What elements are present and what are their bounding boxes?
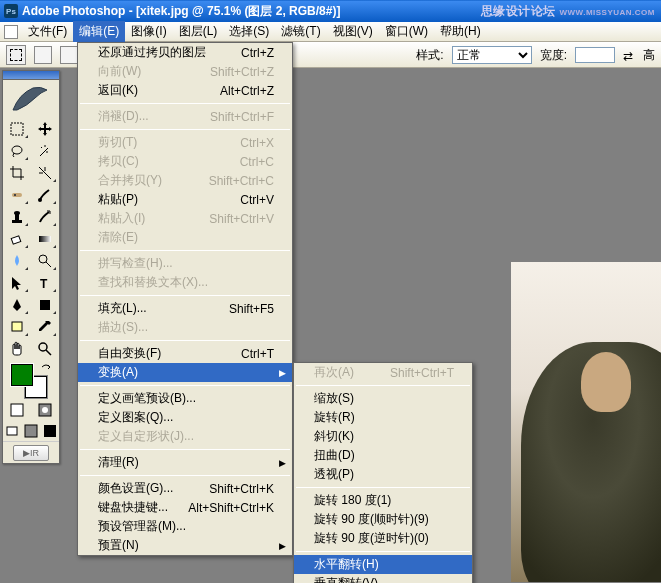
transform-menu-item[interactable]: 旋转 90 度(顺时针)(9): [294, 510, 472, 529]
current-tool-icon[interactable]: [6, 45, 26, 65]
svg-rect-12: [40, 300, 50, 310]
menu-item-label: 预设管理器(M)...: [98, 518, 186, 535]
swap-colors-icon[interactable]: [41, 362, 53, 374]
history-brush-tool[interactable]: [31, 206, 58, 228]
menu-item-label: 合并拷贝(Y): [98, 172, 162, 189]
stamp-tool[interactable]: [3, 206, 30, 228]
menu-layer[interactable]: 图层(L): [173, 21, 224, 42]
menu-item-shortcut: Shift+Ctrl+T: [390, 366, 454, 380]
menu-separator: [80, 449, 290, 450]
menu-file[interactable]: 文件(F): [22, 21, 73, 42]
toolbox-header[interactable]: [3, 71, 59, 80]
menu-item-label: 粘贴入(I): [98, 210, 145, 227]
type-tool[interactable]: T: [31, 272, 58, 294]
svg-rect-9: [39, 236, 51, 242]
edit-menu-item[interactable]: 粘贴(P)Ctrl+V: [78, 190, 292, 209]
menu-select[interactable]: 选择(S): [223, 21, 275, 42]
menu-item-label: 清理(R): [98, 454, 139, 471]
swap-wh-icon[interactable]: ⇄: [623, 49, 635, 61]
menu-item-shortcut: Ctrl+X: [240, 136, 274, 150]
edit-menu-item[interactable]: 自由变换(F)Ctrl+T: [78, 344, 292, 363]
brush-tool[interactable]: [31, 184, 58, 206]
submenu-arrow-icon: ▶: [279, 541, 286, 551]
standard-mode-icon[interactable]: [3, 400, 31, 420]
marquee-tool[interactable]: [3, 118, 30, 140]
menu-edit[interactable]: 编辑(E): [73, 21, 125, 42]
menu-view[interactable]: 视图(V): [327, 21, 379, 42]
foreground-color[interactable]: [11, 364, 33, 386]
screenmode-standard-icon[interactable]: [3, 421, 22, 441]
menu-item-shortcut: Ctrl+C: [240, 155, 274, 169]
eraser-tool[interactable]: [3, 228, 30, 250]
height-label: 高: [643, 47, 655, 64]
move-tool[interactable]: [31, 118, 58, 140]
screenmode-full-menu-icon[interactable]: [22, 421, 41, 441]
menu-item-label: 查找和替换文本(X)...: [98, 274, 208, 291]
gradient-tool[interactable]: [31, 228, 58, 250]
edit-menu-item[interactable]: 变换(A)▶: [78, 363, 292, 382]
edit-menu-item: 查找和替换文本(X)...: [78, 273, 292, 292]
transform-menu-item[interactable]: 斜切(K): [294, 427, 472, 446]
menu-item-label: 斜切(K): [314, 428, 354, 445]
hand-tool[interactable]: [3, 338, 30, 360]
screenmode-full-icon[interactable]: [40, 421, 59, 441]
path-select-tool[interactable]: [3, 272, 30, 294]
menu-item-label: 自由变换(F): [98, 345, 161, 362]
marquee-add-icon[interactable]: [60, 46, 78, 64]
transform-menu-item[interactable]: 旋转 180 度(1): [294, 491, 472, 510]
submenu-arrow-icon: ▶: [279, 458, 286, 468]
transform-menu-item[interactable]: 水平翻转(H): [294, 555, 472, 574]
app-icon: Ps: [4, 4, 18, 18]
document-canvas[interactable]: [511, 262, 661, 582]
svg-rect-19: [25, 425, 37, 437]
blur-tool[interactable]: [3, 250, 30, 272]
edit-menu-item[interactable]: 预设管理器(M)...: [78, 517, 292, 536]
edit-menu-item[interactable]: 颜色设置(G)...Shift+Ctrl+K: [78, 479, 292, 498]
edit-menu-item[interactable]: 键盘快捷键...Alt+Shift+Ctrl+K: [78, 498, 292, 517]
edit-menu-item[interactable]: 清理(R)▶: [78, 453, 292, 472]
quickmask-mode-icon[interactable]: [31, 400, 59, 420]
menu-image[interactable]: 图像(I): [125, 21, 172, 42]
dodge-tool[interactable]: [31, 250, 58, 272]
marquee-new-icon[interactable]: [34, 46, 52, 64]
pen-tool[interactable]: [3, 294, 30, 316]
style-select[interactable]: 正常: [452, 46, 532, 64]
transform-menu-item[interactable]: 缩放(S): [294, 389, 472, 408]
edit-menu-item[interactable]: 定义图案(Q)...: [78, 408, 292, 427]
edit-menu-item[interactable]: 填充(L)...Shift+F5: [78, 299, 292, 318]
transform-menu-item[interactable]: 旋转 90 度(逆时针)(0): [294, 529, 472, 548]
menu-window[interactable]: 窗口(W): [379, 21, 434, 42]
tool-grid: T: [3, 118, 59, 360]
width-input[interactable]: [575, 47, 615, 63]
svg-point-14: [39, 343, 47, 351]
notes-tool[interactable]: [3, 316, 30, 338]
menu-help[interactable]: 帮助(H): [434, 21, 487, 42]
edit-menu-item[interactable]: 定义画笔预设(B)...: [78, 389, 292, 408]
edit-menu-item[interactable]: 还原通过拷贝的图层Ctrl+Z: [78, 43, 292, 62]
menu-item-shortcut: Ctrl+Z: [241, 46, 274, 60]
menu-item-label: 扭曲(D): [314, 447, 355, 464]
shape-tool[interactable]: [31, 294, 58, 316]
heal-tool[interactable]: [3, 184, 30, 206]
crop-tool[interactable]: [3, 162, 30, 184]
menu-filter[interactable]: 滤镜(T): [275, 21, 326, 42]
lasso-tool[interactable]: [3, 140, 30, 162]
zoom-tool[interactable]: [31, 338, 58, 360]
jump-to-imageready[interactable]: ▶IR: [3, 441, 59, 463]
submenu-arrow-icon: ▶: [279, 368, 286, 378]
eyedropper-tool[interactable]: [31, 316, 58, 338]
menu-item-shortcut: Shift+F5: [229, 302, 274, 316]
transform-menu-item[interactable]: 旋转(R): [294, 408, 472, 427]
wand-tool[interactable]: [31, 140, 58, 162]
transform-menu-item[interactable]: 垂直翻转(V): [294, 574, 472, 583]
transform-menu-item[interactable]: 透视(P): [294, 465, 472, 484]
edit-menu-item[interactable]: 预置(N)▶: [78, 536, 292, 555]
slice-tool[interactable]: [31, 162, 58, 184]
menu-item-shortcut: Alt+Ctrl+Z: [220, 84, 274, 98]
svg-rect-5: [12, 220, 22, 223]
edit-menu-item: 拼写检查(H)...: [78, 254, 292, 273]
edit-menu-item[interactable]: 返回(K)Alt+Ctrl+Z: [78, 81, 292, 100]
edit-menu-item: 剪切(T)Ctrl+X: [78, 133, 292, 152]
transform-menu-item[interactable]: 扭曲(D): [294, 446, 472, 465]
svg-rect-3: [14, 194, 16, 196]
